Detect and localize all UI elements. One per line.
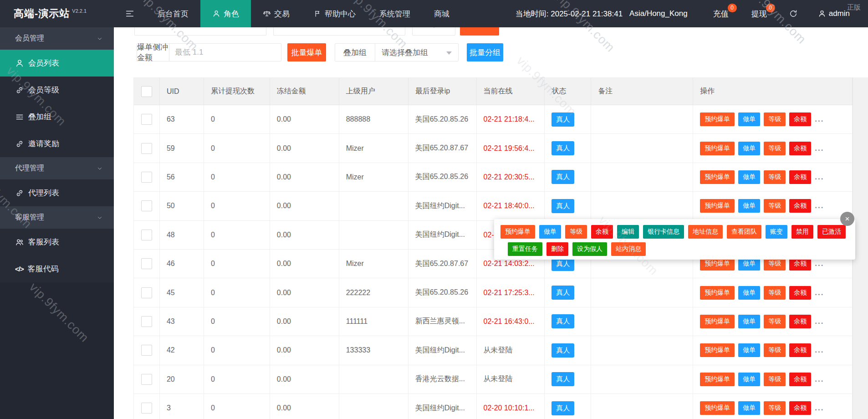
row-action-button-2[interactable]: 等级 xyxy=(764,286,786,300)
row-more-actions[interactable]: ... xyxy=(815,404,824,413)
row-checkbox[interactable] xyxy=(141,403,152,414)
row-action-button-0[interactable]: 预约爆单 xyxy=(700,373,735,386)
nav-item-3[interactable]: 帮助中心 xyxy=(301,0,368,27)
row-action-button-0[interactable]: 预约爆单 xyxy=(700,343,735,357)
row-action-button-3[interactable]: 余额 xyxy=(789,315,811,328)
row-action-button-3[interactable]: 余额 xyxy=(789,112,811,126)
row-action-button-3[interactable]: 余额 xyxy=(789,373,811,386)
row-action-button-3[interactable]: 余额 xyxy=(789,142,811,155)
row-action-button-2[interactable]: 等级 xyxy=(764,401,786,415)
popup-action-button-0-3[interactable]: 余额 xyxy=(591,225,613,239)
popup-action-button-1-3[interactable]: 站内消息 xyxy=(611,242,646,256)
recharge-menu[interactable]: 充值 0 xyxy=(713,9,729,19)
row-checkbox[interactable] xyxy=(141,258,152,269)
row-action-button-3[interactable]: 余额 xyxy=(789,343,811,357)
popup-action-button-0-2[interactable]: 等级 xyxy=(565,225,587,239)
nav-item-5[interactable]: 商城 xyxy=(422,0,461,27)
popup-action-button-0-7[interactable]: 查看团队 xyxy=(727,225,761,239)
sidebar-group-7[interactable]: 客服管理 xyxy=(0,206,114,229)
user-menu[interactable]: admin xyxy=(818,9,850,18)
row-action-button-1[interactable]: 做单 xyxy=(738,286,760,300)
row-action-button-0[interactable]: 预约爆单 xyxy=(700,315,735,328)
row-action-button-1[interactable]: 做单 xyxy=(738,170,760,184)
row-action-button-0[interactable]: 预约爆单 xyxy=(700,401,735,415)
row-more-actions[interactable]: ... xyxy=(815,375,824,384)
stack-group-select[interactable]: 请选择叠加组 xyxy=(375,44,458,61)
sidebar-group-5[interactable]: 代理管理 xyxy=(0,157,114,179)
close-icon[interactable]: × xyxy=(840,212,854,226)
row-action-button-2[interactable]: 等级 xyxy=(764,199,786,213)
row-checkbox[interactable] xyxy=(141,143,152,154)
burst-amount-input[interactable] xyxy=(169,44,281,61)
sidebar-item-3[interactable]: 叠加组 xyxy=(0,103,114,130)
row-action-button-1[interactable]: 做单 xyxy=(738,373,760,386)
row-checkbox[interactable] xyxy=(141,200,152,211)
row-action-button-1[interactable]: 做单 xyxy=(738,112,760,126)
select-all-checkbox[interactable] xyxy=(141,86,152,97)
popup-action-button-0-8[interactable]: 账变 xyxy=(766,225,787,239)
row-checkbox[interactable] xyxy=(141,287,152,298)
row-action-button-1[interactable]: 做单 xyxy=(738,199,760,213)
row-checkbox[interactable] xyxy=(141,374,152,385)
row-more-actions[interactable]: ... xyxy=(815,317,824,326)
row-more-actions[interactable]: ... xyxy=(815,288,824,297)
popup-action-button-0-5[interactable]: 银行卡信息 xyxy=(643,225,684,239)
batch-burst-button[interactable]: 批量爆单 xyxy=(287,43,326,61)
row-action-button-3[interactable]: 余额 xyxy=(789,401,811,415)
row-action-button-1[interactable]: 做单 xyxy=(738,401,760,415)
row-more-actions[interactable]: ... xyxy=(815,115,824,124)
row-action-button-1[interactable]: 做单 xyxy=(738,142,760,155)
refresh-button[interactable] xyxy=(789,9,798,18)
batch-group-button[interactable]: 批量分组 xyxy=(467,43,503,61)
sidebar-item-2[interactable]: 会员等级 xyxy=(0,77,114,103)
row-checkbox[interactable] xyxy=(141,345,152,356)
cell-uid: 56 xyxy=(160,163,204,192)
sidebar-item-6[interactable]: 代理列表 xyxy=(0,179,114,206)
sidebar-item-9[interactable]: </>客服代码 xyxy=(0,255,114,282)
row-action-button-3[interactable]: 余额 xyxy=(789,170,811,184)
row-more-actions[interactable]: ... xyxy=(815,144,824,153)
row-action-button-3[interactable]: 余额 xyxy=(789,286,811,300)
sidebar-item-1[interactable]: 会员列表 xyxy=(0,50,114,77)
row-more-actions[interactable]: ... xyxy=(815,201,824,210)
row-more-actions[interactable]: ... xyxy=(815,259,824,268)
row-action-button-3[interactable]: 余额 xyxy=(789,199,811,213)
row-action-button-0[interactable]: 预约爆单 xyxy=(700,142,735,155)
row-action-button-2[interactable]: 等级 xyxy=(764,343,786,357)
nav-item-4[interactable]: 系统管理 xyxy=(368,0,422,27)
nav-item-2[interactable]: 交易 xyxy=(251,0,301,27)
row-action-button-0[interactable]: 预约爆单 xyxy=(700,199,735,213)
popup-action-button-1-0[interactable]: 重置任务 xyxy=(508,242,542,256)
sidebar-item-4[interactable]: 邀请奖励 xyxy=(0,130,114,157)
popup-action-button-1-1[interactable]: 删除 xyxy=(546,242,568,256)
row-action-button-1[interactable]: 做单 xyxy=(738,315,760,328)
row-checkbox[interactable] xyxy=(141,230,152,240)
row-action-button-2[interactable]: 等级 xyxy=(764,142,786,155)
row-checkbox[interactable] xyxy=(141,172,152,183)
row-action-button-0[interactable]: 预约爆单 xyxy=(700,286,735,300)
popup-action-button-0-9[interactable]: 禁用 xyxy=(791,225,813,239)
row-action-button-0[interactable]: 预约爆单 xyxy=(700,170,735,184)
popup-action-button-0-1[interactable]: 做单 xyxy=(539,225,561,239)
row-action-button-2[interactable]: 等级 xyxy=(764,315,786,328)
sidebar-item-8[interactable]: 客服列表 xyxy=(0,229,114,255)
popup-action-button-0-10[interactable]: 已激活 xyxy=(817,225,846,239)
row-action-button-0[interactable]: 预约爆单 xyxy=(700,112,735,126)
row-more-actions[interactable]: ... xyxy=(815,173,824,182)
row-more-actions[interactable]: ... xyxy=(815,346,824,355)
withdraw-menu[interactable]: 提现 0 xyxy=(751,9,767,19)
row-action-button-1[interactable]: 做单 xyxy=(738,343,760,357)
sidebar-toggle-button[interactable] xyxy=(114,0,146,27)
sidebar-group-0[interactable]: 会员管理 xyxy=(0,27,114,50)
popup-action-button-0-6[interactable]: 地址信息 xyxy=(688,225,723,239)
popup-action-button-0-0[interactable]: 预约爆单 xyxy=(500,225,535,239)
row-action-button-2[interactable]: 等级 xyxy=(764,112,786,126)
nav-item-0[interactable]: 后台首页 xyxy=(146,0,200,27)
row-checkbox[interactable] xyxy=(141,114,152,125)
row-action-button-2[interactable]: 等级 xyxy=(764,373,786,386)
row-action-button-2[interactable]: 等级 xyxy=(764,170,786,184)
nav-item-1[interactable]: 角色 xyxy=(200,0,251,27)
popup-action-button-1-2[interactable]: 设为假人 xyxy=(572,242,607,256)
row-checkbox[interactable] xyxy=(141,316,152,327)
popup-action-button-0-4[interactable]: 编辑 xyxy=(617,225,639,239)
